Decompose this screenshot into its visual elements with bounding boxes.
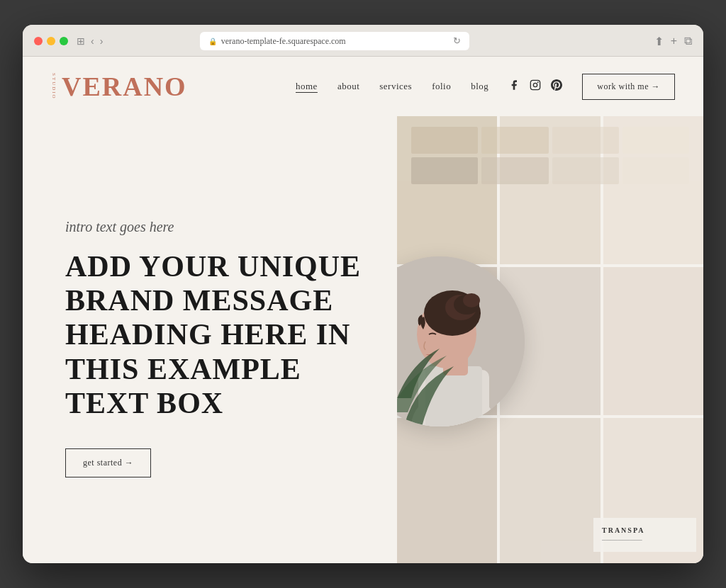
hero-right-image: TRANSPA ────────── — [397, 116, 703, 563]
nav-folio[interactable]: folio — [432, 81, 451, 92]
duplicate-tab-button[interactable]: ⧉ — [684, 35, 692, 47]
svg-point-12 — [463, 293, 480, 307]
browser-chrome: ⊞ ‹ › 🔒 verano-template-fe.squarespace.c… — [23, 25, 703, 57]
browser-window: ⊞ ‹ › 🔒 verano-template-fe.squarespace.c… — [23, 25, 703, 563]
work-with-me-button[interactable]: work with me → — [582, 74, 675, 100]
moodboard-cell — [603, 267, 703, 415]
moodboard-cell — [500, 418, 600, 563]
portfolio-card: TRANSPA ────────── — [593, 518, 696, 552]
forward-button[interactable]: › — [100, 36, 104, 46]
traffic-lights — [34, 37, 68, 45]
social-icons — [508, 79, 562, 94]
close-button[interactable] — [34, 37, 43, 45]
hero-intro-text: intro text goes here — [65, 219, 369, 235]
svg-rect-0 — [531, 80, 540, 89]
nav-blog[interactable]: blog — [471, 81, 488, 92]
svg-point-2 — [538, 82, 539, 83]
svg-point-1 — [534, 83, 537, 86]
back-button[interactable]: ‹ — [91, 36, 94, 46]
nav-home[interactable]: home — [296, 81, 318, 92]
nav-services[interactable]: services — [379, 81, 412, 92]
site-header: STUDIO VERANO home about services folio … — [23, 57, 703, 116]
browser-controls: ⊞ ‹ › — [77, 36, 103, 46]
logo-container: STUDIO VERANO — [51, 71, 187, 102]
site-navigation: home about services folio blog work — [296, 74, 675, 100]
color-swatches — [411, 127, 689, 184]
instagram-icon[interactable] — [530, 79, 541, 94]
logo-side-text: STUDIO — [51, 73, 56, 100]
website-content: STUDIO VERANO home about services folio … — [23, 57, 703, 563]
nav-about[interactable]: about — [337, 81, 359, 92]
browser-actions: ⬆ + ⧉ — [654, 35, 692, 48]
new-tab-button[interactable]: + — [671, 35, 677, 47]
logo-main-text: VERANO — [62, 71, 187, 102]
portfolio-card-title: TRANSPA — [602, 526, 688, 534]
facebook-icon[interactable] — [508, 79, 520, 94]
reload-icon[interactable]: ↻ — [453, 35, 461, 47]
maximize-button[interactable] — [60, 37, 68, 45]
lock-icon: 🔒 — [208, 38, 217, 45]
sidebar-toggle-button[interactable]: ⊞ — [77, 36, 85, 46]
hero-heading: ADD YOUR UNIQUE BRAND MESSAGE HEADING HE… — [65, 249, 369, 420]
url-display: verano-template-fe.squarespace.com — [221, 36, 346, 47]
moodboard-cell — [397, 418, 497, 563]
hero-left-content: intro text goes here ADD YOUR UNIQUE BRA… — [23, 116, 397, 563]
hero-section: intro text goes here ADD YOUR UNIQUE BRA… — [23, 116, 703, 563]
get-started-button[interactable]: get started → — [65, 448, 151, 477]
pinterest-icon[interactable] — [551, 79, 562, 94]
minimize-button[interactable] — [47, 37, 55, 45]
portfolio-card-detail: ────────── — [602, 537, 688, 543]
share-button[interactable]: ⬆ — [654, 35, 664, 48]
address-bar[interactable]: 🔒 verano-template-fe.squarespace.com ↻ — [200, 32, 469, 50]
